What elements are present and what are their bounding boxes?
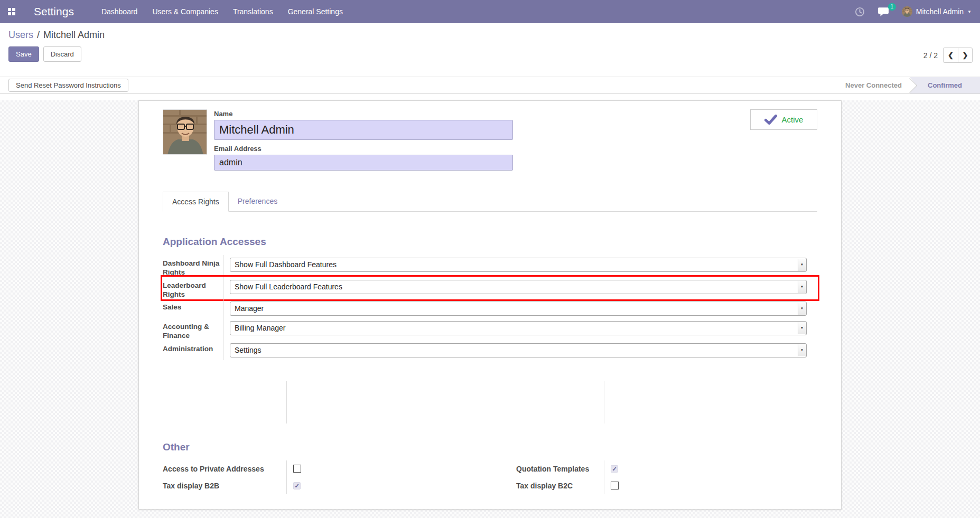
form-sheet: Active Name Mitchell Admin Email Address… xyxy=(138,100,842,510)
app-name[interactable]: Settings xyxy=(34,5,74,18)
access-rights-pane: Application Accesses Dashboard Ninja Rig… xyxy=(163,212,817,494)
user-avatar xyxy=(902,6,912,17)
tab-access-rights[interactable]: Access Rights xyxy=(163,192,229,212)
dashboard-ninja-rights-select[interactable]: Show Full Dashboard Features ▼ xyxy=(230,258,807,272)
leaderboard-rights-label: Leaderboard Rights xyxy=(163,277,223,299)
form-buttons: Save Discard xyxy=(8,46,980,62)
leaderboard-rights-select[interactable]: Show Full Leaderboard Features ▼ xyxy=(230,280,807,294)
email-label: Email Address xyxy=(214,145,513,153)
other-section: Other Access to Private Addresses Tax di… xyxy=(163,441,817,494)
application-accesses-title: Application Accesses xyxy=(163,236,817,248)
quotation-templates-label: Quotation Templates xyxy=(516,460,604,477)
user-photo[interactable] xyxy=(163,109,207,155)
group-row-dashboard-ninja: Dashboard Ninja Rights Show Full Dashboa… xyxy=(163,255,817,277)
dropdown-arrow-icon: ▼ xyxy=(798,322,806,334)
apps-menu-icon[interactable] xyxy=(0,8,23,15)
other-row: Tax display B2C xyxy=(516,477,817,494)
pager-next-button[interactable]: ❯ xyxy=(958,48,972,62)
other-left-column: Access to Private Addresses Tax display … xyxy=(163,460,490,494)
tax-display-b2b-checkbox: ✓ xyxy=(293,482,301,489)
administration-label: Administration xyxy=(163,341,223,360)
statusbar: Never Connected Confirmed xyxy=(838,77,980,93)
selected-option: Show Full Dashboard Features xyxy=(235,260,337,269)
tax-display-b2c-label: Tax display B2C xyxy=(516,477,604,494)
dropdown-arrow-icon: ▼ xyxy=(798,281,806,293)
notebook-tabs: Access Rights Preferences xyxy=(163,192,817,212)
access-private-addresses-label: Access to Private Addresses xyxy=(163,460,287,477)
accounting-finance-select[interactable]: Billing Manager ▼ xyxy=(230,321,807,335)
administration-select[interactable]: Settings ▼ xyxy=(230,343,807,357)
content-area: Active Name Mitchell Admin Email Address… xyxy=(0,100,980,518)
control-panel: Users/Mitchell Admin Save Discard 2 / 2 … xyxy=(0,23,980,77)
column-separator xyxy=(163,381,287,423)
messages-icon[interactable]: 1 xyxy=(878,7,889,17)
menu-item-translations[interactable]: Translations xyxy=(226,0,281,23)
dashboard-ninja-rights-label: Dashboard Ninja Rights xyxy=(163,255,223,277)
systray: 1 Mitchell Admin ▼ xyxy=(855,6,980,17)
check-icon xyxy=(764,115,777,125)
tax-display-b2c-checkbox[interactable] xyxy=(611,482,619,489)
grid-icon xyxy=(8,8,15,15)
selected-option: Settings xyxy=(235,346,262,354)
menu-item-general-settings[interactable]: General Settings xyxy=(281,0,350,23)
group-row-administration: Administration Settings ▼ xyxy=(163,341,817,360)
other-row: Tax display B2B ✓ xyxy=(163,477,490,494)
accounting-finance-label: Accounting & Finance xyxy=(163,318,223,341)
selected-option: Show Full Leaderboard Features xyxy=(235,282,342,291)
sales-select[interactable]: Manager ▼ xyxy=(230,302,807,316)
user-name: Mitchell Admin xyxy=(916,7,964,16)
group-row-sales: Sales Manager ▼ xyxy=(163,299,817,318)
group-row-accounting: Accounting & Finance Billing Manager ▼ xyxy=(163,318,817,341)
top-menu: Dashboard Users & Companies Translations… xyxy=(94,0,350,23)
top-navbar: Settings Dashboard Users & Companies Tra… xyxy=(0,0,980,23)
user-menu[interactable]: Mitchell Admin ▼ xyxy=(902,6,972,17)
group-row-leaderboard: Leaderboard Rights Show Full Leaderboard… xyxy=(163,277,817,299)
application-accesses-group: Dashboard Ninja Rights Show Full Dashboa… xyxy=(163,255,817,360)
action-status-row: Send Reset Password Instructions Never C… xyxy=(0,77,980,94)
pager: 2 / 2 ❮ ❯ xyxy=(923,48,973,63)
breadcrumb-separator: / xyxy=(37,30,40,40)
tax-display-b2b-label: Tax display B2B xyxy=(163,477,287,494)
email-input[interactable]: admin xyxy=(214,155,513,171)
sheet-header: Name Mitchell Admin Email Address admin xyxy=(163,109,817,171)
other-row: Quotation Templates ✓ xyxy=(516,460,817,477)
quotation-templates-checkbox: ✓ xyxy=(611,465,618,473)
active-toggle[interactable]: Active xyxy=(750,109,817,130)
save-button[interactable]: Save xyxy=(8,46,39,62)
name-input[interactable]: Mitchell Admin xyxy=(214,120,513,140)
dropdown-arrow-icon: ▼ xyxy=(798,303,806,315)
discard-button[interactable]: Discard xyxy=(43,46,81,62)
status-step-confirmed[interactable]: Confirmed xyxy=(910,77,980,93)
pager-value[interactable]: 2 / 2 xyxy=(923,51,938,60)
name-label: Name xyxy=(214,110,513,118)
other-row: Access to Private Addresses xyxy=(163,460,490,477)
chevron-right-icon: ❯ xyxy=(963,51,968,59)
chevron-left-icon: ❮ xyxy=(948,51,954,59)
pager-previous-button[interactable]: ❮ xyxy=(944,48,958,62)
empty-group xyxy=(163,381,817,423)
dropdown-arrow-icon: ▼ xyxy=(798,259,806,271)
menu-item-dashboard[interactable]: Dashboard xyxy=(94,0,145,23)
column-separator xyxy=(490,381,604,423)
messages-count-badge: 1 xyxy=(888,3,896,11)
breadcrumb-users-link[interactable]: Users xyxy=(8,30,33,40)
caret-down-icon: ▼ xyxy=(967,10,972,14)
access-private-addresses-checkbox[interactable] xyxy=(293,465,301,473)
selected-option: Billing Manager xyxy=(235,324,286,332)
activities-clock-icon[interactable] xyxy=(855,7,865,17)
sales-label: Sales xyxy=(163,299,223,318)
tab-preferences[interactable]: Preferences xyxy=(229,192,286,211)
selected-option: Manager xyxy=(235,304,264,313)
other-right-column: Quotation Templates ✓ Tax display B2C xyxy=(490,460,817,494)
other-title: Other xyxy=(163,441,817,453)
send-reset-password-button[interactable]: Send Reset Password Instructions xyxy=(8,79,128,92)
menu-item-users-companies[interactable]: Users & Companies xyxy=(145,0,226,23)
breadcrumb: Users/Mitchell Admin xyxy=(8,30,980,41)
dropdown-arrow-icon: ▼ xyxy=(798,344,806,356)
breadcrumb-current: Mitchell Admin xyxy=(43,30,105,40)
active-label: Active xyxy=(782,115,804,124)
